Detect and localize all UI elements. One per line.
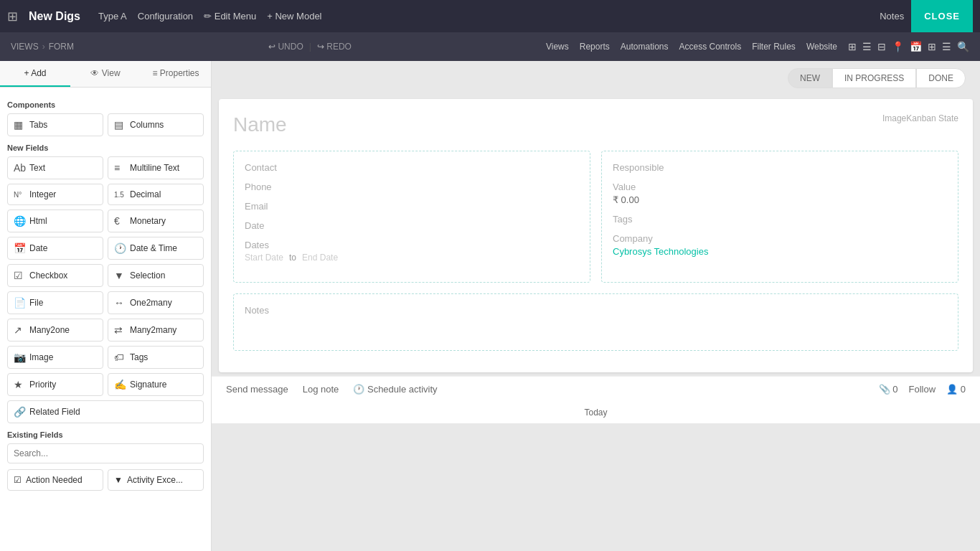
dates-label: Dates	[245, 240, 579, 250]
html-icon: 🌐	[14, 215, 25, 227]
view-icon-grid[interactable]: ⊟	[877, 41, 886, 52]
field-phone: Phone	[245, 182, 579, 192]
field-text[interactable]: Ab Text	[7, 156, 103, 179]
tab-add[interactable]: + Add	[0, 61, 70, 87]
form-right-section: Responsible Value ₹ 0.00 Tags Company Cy…	[601, 151, 958, 283]
breadcrumb-views[interactable]: VIEWS	[11, 42, 39, 52]
view-icon-list[interactable]: ☰	[862, 41, 872, 52]
menu-access-controls[interactable]: Access Controls	[679, 42, 741, 52]
field-integer[interactable]: N° Integer	[7, 184, 103, 205]
breadcrumb-form[interactable]: FORM	[49, 42, 74, 52]
form-name-placeholder[interactable]: Name	[233, 113, 287, 136]
view-icon-map[interactable]: 📍	[892, 41, 904, 52]
nav-configuration[interactable]: Configuration	[138, 11, 193, 22]
menu-views[interactable]: Views	[546, 42, 569, 52]
existing-activity-exce[interactable]: ▼ Activity Exce...	[108, 469, 204, 491]
file-icon: 📄	[14, 297, 25, 309]
integer-icon: N°	[14, 191, 25, 199]
comp-columns[interactable]: ▤ Columns	[108, 113, 204, 136]
status-bar: NEW IN PROGRESS DONE	[212, 61, 980, 95]
tab-properties[interactable]: ≡ Properties	[141, 61, 211, 87]
field-file[interactable]: 📄 File	[7, 291, 103, 314]
status-in-progress[interactable]: IN PROGRESS	[832, 68, 916, 88]
existing-action-needed[interactable]: ☑ Action Needed	[7, 469, 103, 491]
status-new[interactable]: NEW	[788, 68, 832, 88]
field-datetime[interactable]: 🕐 Date & Time	[108, 237, 204, 260]
company-value[interactable]: Cybrosys Technologies	[613, 246, 947, 257]
comp-tabs-label: Tabs	[29, 120, 47, 130]
value-amount: ₹ 0.00	[613, 194, 947, 205]
view-icon-activity[interactable]: ☰	[942, 41, 951, 52]
notes-section: Notes	[233, 293, 958, 351]
top-bar: ⊞ New Digs Type A Configuration ✏ Edit M…	[0, 0, 980, 32]
field-selection[interactable]: ▼ Selection	[108, 264, 204, 287]
content-area: NEW IN PROGRESS DONE Name ImageKanban St…	[212, 61, 980, 551]
tab-view[interactable]: 👁 View	[70, 61, 141, 87]
menu-automations[interactable]: Automations	[621, 42, 669, 52]
schedule-activity-link[interactable]: 🕐 Schedule activity	[353, 384, 437, 395]
view-icon-calendar[interactable]: 📅	[910, 41, 922, 52]
field-signature[interactable]: ✍ Signature	[108, 373, 204, 396]
field-checkbox[interactable]: ☑ Checkbox	[7, 264, 103, 287]
send-message-link[interactable]: Send message	[226, 384, 288, 395]
view-icon-kanban[interactable]: ⊞	[848, 41, 857, 52]
close-button[interactable]: CLOSE	[911, 0, 973, 32]
date-label: Date	[245, 220, 579, 231]
responsible-label: Responsible	[613, 162, 947, 173]
view-icons: ⊞ ☰ ⊟ 📍 📅 ⊞ ☰ 🔍	[848, 41, 969, 52]
field-date[interactable]: 📅 Date	[7, 237, 103, 260]
view-icon-search[interactable]: 🔍	[957, 41, 969, 52]
form-columns: Contact Phone Email Date Dates Start	[233, 151, 958, 283]
field-many2many[interactable]: ⇄ Many2many	[108, 319, 204, 342]
field-related[interactable]: 🔗 Related Field	[7, 400, 204, 423]
menu-filter-rules[interactable]: Filter Rules	[752, 42, 796, 52]
form-header-right: ImageKanban State	[882, 113, 958, 123]
view-icon-pivot[interactable]: ⊞	[928, 41, 936, 52]
app-grid-icon[interactable]: ⊞	[7, 9, 18, 24]
status-done[interactable]: DONE	[916, 68, 966, 88]
redo-button[interactable]: ↪ REDO	[317, 42, 352, 52]
notes-placeholder: Notes	[245, 305, 947, 316]
today-label: Today	[584, 408, 607, 418]
nav-type-a[interactable]: Type A	[98, 11, 127, 22]
field-tags[interactable]: 🏷 Tags	[108, 346, 204, 369]
related-icon: 🔗	[14, 406, 25, 418]
priority-icon: ★	[14, 379, 25, 390]
field-email: Email	[245, 201, 579, 212]
field-decimal[interactable]: 1.5 Decimal	[108, 184, 204, 205]
value-label: Value	[613, 182, 947, 192]
search-input[interactable]	[7, 443, 204, 463]
field-image[interactable]: 📷 Image	[7, 346, 103, 369]
menu-reports[interactable]: Reports	[580, 42, 610, 52]
columns-icon: ▤	[114, 119, 126, 131]
people-count: 👤 0	[946, 384, 966, 395]
activity-icon: ▼	[114, 475, 123, 485]
checkbox-icon: ☑	[14, 270, 25, 281]
date-icon: 📅	[14, 242, 25, 254]
notes-button[interactable]: Notes	[880, 11, 904, 22]
undo-button[interactable]: ↩ UNDO	[268, 42, 303, 52]
field-monetary[interactable]: € Monetary	[108, 209, 204, 232]
field-many2one[interactable]: ↗ Many2one	[7, 319, 103, 342]
comp-tabs[interactable]: ▦ Tabs	[7, 113, 103, 136]
log-note-link[interactable]: Log note	[303, 384, 339, 395]
company-label: Company	[613, 233, 947, 244]
field-html[interactable]: 🌐 Html	[7, 209, 103, 232]
phone-label: Phone	[245, 182, 579, 192]
nav-new-model[interactable]: + New Model	[267, 11, 321, 22]
field-one2many[interactable]: ↔ One2many	[108, 291, 204, 314]
properties-icon: ≡	[152, 68, 159, 78]
follow-button[interactable]: Follow	[909, 384, 936, 395]
field-tags: Tags	[613, 214, 947, 225]
nav-edit-menu[interactable]: ✏ Edit Menu	[204, 11, 256, 22]
signature-icon: ✍	[114, 379, 126, 390]
field-priority[interactable]: ★ Priority	[7, 373, 103, 396]
sidebar: + Add 👁 View ≡ Properties Components ▦ T…	[0, 61, 212, 551]
field-multiline[interactable]: ≡ Multiline Text	[108, 156, 204, 179]
undo-redo-controls: ↩ UNDO | ↪ REDO	[268, 42, 352, 52]
add-icon: +	[24, 68, 31, 78]
message-bar: Send message Log note 🕐 Schedule activit…	[212, 376, 980, 402]
email-label: Email	[245, 201, 579, 212]
menu-website[interactable]: Website	[806, 42, 837, 52]
breadcrumb: VIEWS › FORM	[11, 42, 74, 52]
